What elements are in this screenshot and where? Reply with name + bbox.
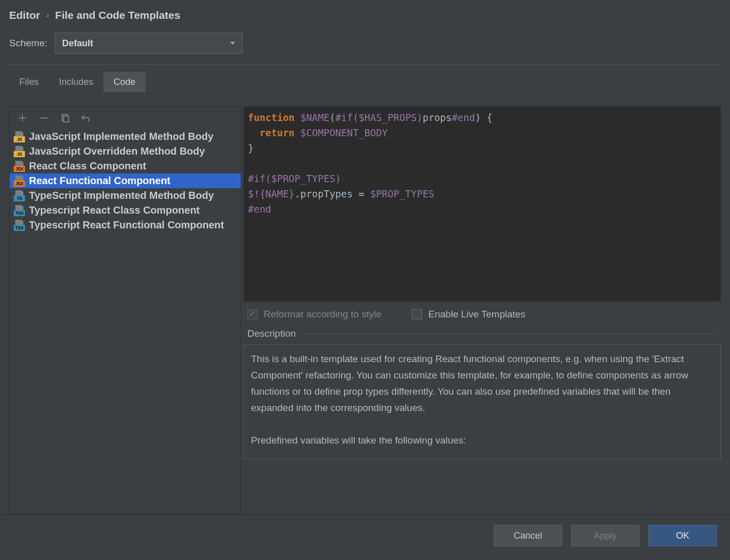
template-item[interactable]: TSTypeScript Implemented Method Body bbox=[10, 188, 241, 203]
resize-grip-h-icon[interactable]: : : : : : bbox=[473, 319, 490, 324]
tsx-file-icon: TSX bbox=[14, 205, 25, 216]
js-file-icon: JS bbox=[14, 146, 25, 157]
description-text: This is a built-in template used for cre… bbox=[251, 351, 713, 416]
scheme-label: Scheme: bbox=[9, 38, 47, 49]
template-code-editor[interactable]: function $NAME(#if($HAS_PROPS)props#end)… bbox=[243, 106, 721, 302]
reformat-checkbox-input bbox=[247, 309, 258, 319]
js-file-icon: JS bbox=[14, 131, 25, 142]
template-item[interactable]: JSXReact Functional Component bbox=[10, 173, 241, 188]
template-list-pane: JSJavaScript Implemented Method BodyJSJa… bbox=[9, 106, 241, 514]
description-label: Description bbox=[247, 328, 296, 339]
add-icon[interactable] bbox=[17, 112, 28, 124]
template-item-label: React Functional Component bbox=[29, 175, 171, 187]
breadcrumb: Editor › File and Code Templates bbox=[9, 9, 721, 21]
template-item[interactable]: TSXTypescript React Class Component bbox=[10, 203, 241, 218]
template-item[interactable]: JSXReact Class Component bbox=[10, 159, 241, 173]
template-item-label: Typescript React Class Component bbox=[29, 204, 200, 216]
description-text-2: Predefined variables will take the follo… bbox=[251, 432, 713, 449]
template-toolbar bbox=[10, 107, 241, 129]
template-item-label: Typescript React Functional Component bbox=[29, 219, 224, 231]
template-item-label: React Class Component bbox=[29, 160, 146, 172]
apply-button[interactable]: Apply bbox=[571, 525, 639, 546]
breadcrumb-current: File and Code Templates bbox=[55, 9, 180, 21]
template-item[interactable]: JSJavaScript Overridden Method Body bbox=[10, 144, 241, 159]
resize-grip-icon[interactable]: ⠿⠿ bbox=[243, 292, 244, 298]
template-item-label: TypeScript Implemented Method Body bbox=[29, 190, 214, 201]
dialog-footer: Cancel Apply OK bbox=[0, 514, 730, 560]
ok-button[interactable]: OK bbox=[649, 525, 717, 546]
tsx-file-icon: TSX bbox=[14, 220, 25, 231]
svg-rect-0 bbox=[40, 117, 47, 119]
template-item-label: JavaScript Overridden Method Body bbox=[29, 145, 205, 157]
divider bbox=[9, 64, 721, 65]
cancel-button[interactable]: Cancel bbox=[494, 525, 562, 546]
undo-icon[interactable] bbox=[81, 112, 92, 124]
tab-includes[interactable]: Includes bbox=[49, 72, 103, 93]
scheme-select[interactable]: Default bbox=[54, 33, 243, 54]
chevron-right-icon: › bbox=[46, 10, 49, 20]
breadcrumb-parent[interactable]: Editor bbox=[9, 9, 40, 21]
jsx-file-icon: JSX bbox=[14, 175, 25, 187]
description-box: This is a built-in template used for cre… bbox=[243, 344, 721, 459]
template-item-label: JavaScript Implemented Method Body bbox=[29, 131, 213, 142]
template-list[interactable]: JSJavaScript Implemented Method BodyJSJa… bbox=[10, 129, 241, 514]
template-item[interactable]: JSJavaScript Implemented Method Body bbox=[10, 129, 241, 144]
tab-code[interactable]: Code bbox=[103, 72, 146, 93]
tab-files[interactable]: Files bbox=[9, 72, 49, 93]
template-item[interactable]: TSXTypescript React Functional Component bbox=[10, 218, 241, 232]
dropdown-arrow-icon bbox=[230, 42, 235, 45]
svg-rect-2 bbox=[64, 116, 69, 122]
copy-icon[interactable] bbox=[60, 112, 71, 124]
scheme-value: Default bbox=[62, 38, 93, 49]
reformat-checkbox: Reformat according to style bbox=[247, 309, 381, 320]
jsx-file-icon: JSX bbox=[14, 161, 25, 172]
divider bbox=[304, 334, 717, 334]
tabs: Files Includes Code bbox=[9, 72, 721, 93]
remove-icon[interactable] bbox=[38, 112, 49, 124]
live-templates-checkbox[interactable]: Enable Live Templates bbox=[412, 309, 525, 320]
ts-file-icon: TS bbox=[14, 190, 25, 201]
live-templates-checkbox-input[interactable] bbox=[412, 309, 422, 319]
